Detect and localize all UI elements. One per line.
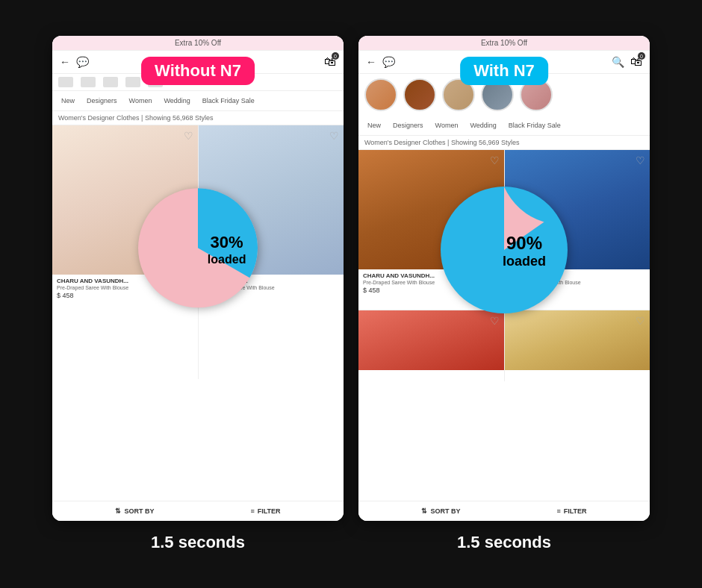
right-pie-label: loaded	[503, 254, 546, 270]
cart-icon[interactable]: 🛍 0	[324, 55, 336, 69]
right-nav-icons-left: ← 💬	[366, 56, 395, 68]
left-time-label: 1.5 seconds	[151, 533, 245, 552]
left-nav-icons-right: 🛍 0	[324, 55, 336, 69]
right-pie-percent: 90%	[503, 232, 546, 254]
cat-tab-designers-right[interactable]: Designers	[387, 120, 429, 131]
sort-icon-right: ⇅	[421, 507, 427, 515]
left-heart-1[interactable]: ♡	[184, 130, 193, 142]
cat-tab-women-right[interactable]: Women	[429, 120, 465, 131]
cat-tab-blackfriday-right[interactable]: Black Friday Sale	[503, 120, 567, 131]
right-time-label: 1.5 seconds	[457, 533, 551, 552]
cat-tab-designers-left[interactable]: Designers	[81, 96, 123, 106]
comparison-wrapper: Without N7 Extra 10% Off ← 💬	[37, 13, 665, 575]
right-phone-screen: Extra 10% Off ← 💬 🔍 🛍 0	[358, 36, 650, 521]
left-phone-frame: Without N7 Extra 10% Off ← 💬	[52, 36, 344, 521]
right-sort-btn[interactable]: ⇅ SORT BY	[421, 507, 460, 515]
right-nav-icons-right: 🔍 🛍 0	[612, 55, 642, 69]
cart-badge: 0	[332, 52, 339, 60]
right-cart-badge: 0	[638, 52, 645, 60]
cat-tab-wedding-right[interactable]: Wedding	[464, 120, 502, 131]
cat-tab-wedding-left[interactable]: Wedding	[158, 96, 196, 106]
left-phone-screen: Extra 10% Off ← 💬 🛍 0	[52, 36, 344, 521]
right-top-banner: Extra 10% Off	[358, 36, 650, 51]
story-circle-1[interactable]	[364, 78, 397, 111]
story-circle-2[interactable]	[403, 78, 436, 111]
right-content-area: ♡ CHARU AND VASUNDH... Pre-Draped Saree …	[358, 150, 650, 381]
right-filter-btn[interactable]: ≡ FILTER	[556, 507, 586, 515]
right-phone-column: With N7 Extra 10% Off ← 💬 🔍	[358, 36, 650, 552]
left-pie-overlay: 30% loaded	[131, 181, 265, 318]
left-bottom-bar: ⇅ SORT BY ≡ FILTER	[52, 501, 344, 521]
right-cart-icon[interactable]: 🛍 0	[630, 55, 642, 69]
right-search-icon[interactable]: 🔍	[612, 56, 624, 68]
main-container: Without N7 Extra 10% Off ← 💬	[0, 0, 702, 588]
cat-div-3	[103, 77, 118, 87]
left-pie-label: loaded	[208, 252, 246, 266]
with-n7-badge: With N7	[460, 57, 548, 85]
left-nav-icons-left: ← 💬	[60, 56, 89, 68]
left-category-tabs: New Designers Women Wedding Black Friday…	[52, 91, 344, 111]
left-heart-2[interactable]: ♡	[329, 130, 339, 142]
sort-icon-left: ⇅	[115, 507, 121, 515]
back-icon[interactable]: ←	[60, 56, 70, 68]
right-heart-4[interactable]: ♡	[636, 315, 645, 327]
right-heart-2[interactable]: ♡	[636, 154, 645, 166]
left-sort-btn[interactable]: ⇅ SORT BY	[115, 507, 154, 515]
cat-tab-blackfriday-left[interactable]: Black Friday Sale	[196, 96, 261, 106]
right-category-tabs: New Designers Women Wedding Black Friday…	[358, 116, 650, 136]
cat-tab-new-right[interactable]: New	[361, 120, 387, 131]
left-phone-column: Without N7 Extra 10% Off ← 💬	[52, 36, 344, 552]
right-page-title: Women's Designer Clothes | Showing 56,96…	[358, 136, 650, 150]
cat-tab-new-left[interactable]: New	[55, 96, 81, 106]
right-heart-1[interactable]: ♡	[490, 154, 500, 166]
cat-tab-women-left[interactable]: Women	[123, 96, 158, 106]
filter-icon-right: ≡	[556, 507, 560, 515]
right-bottom-bar: ⇅ SORT BY ≡ FILTER	[358, 501, 650, 521]
right-phone-frame: With N7 Extra 10% Off ← 💬 🔍	[358, 36, 650, 521]
left-filter-btn[interactable]: ≡ FILTER	[250, 507, 280, 515]
left-page-title: Women's Designer Clothes | Showing 56,96…	[52, 111, 344, 125]
cat-div-1	[58, 77, 73, 87]
cat-div-4	[125, 77, 140, 87]
whatsapp-icon[interactable]: 💬	[76, 56, 89, 68]
left-content-area: ♡ CHARU AND VASUNDH... Pre-Draped Saree …	[52, 125, 344, 379]
filter-icon-left: ≡	[250, 507, 254, 515]
right-pie-overlay: 90% loaded	[433, 179, 575, 324]
without-n7-badge: Without N7	[141, 57, 255, 85]
cat-div-2	[81, 77, 96, 87]
left-top-banner: Extra 10% Off	[52, 36, 344, 51]
right-whatsapp-icon[interactable]: 💬	[382, 56, 395, 68]
left-pie-percent: 30%	[208, 233, 246, 252]
right-back-icon[interactable]: ←	[366, 56, 376, 68]
